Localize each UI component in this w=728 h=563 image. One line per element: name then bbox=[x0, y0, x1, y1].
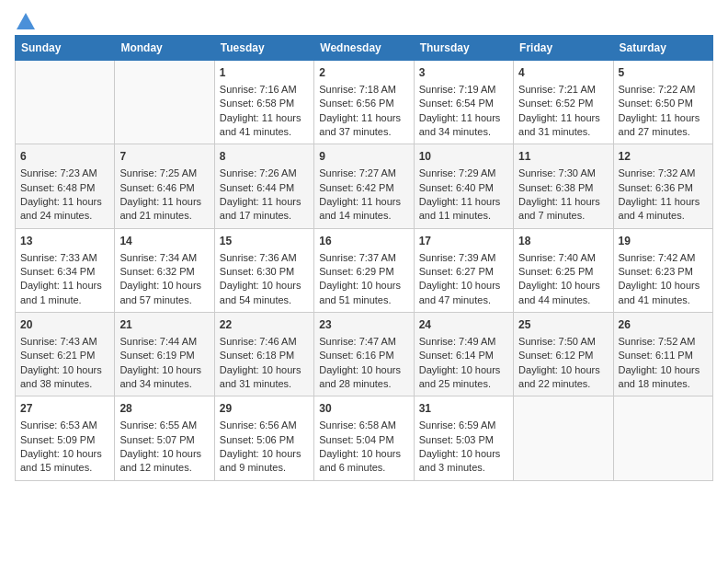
calendar-cell: 31Sunrise: 6:59 AMSunset: 5:03 PMDayligh… bbox=[414, 396, 513, 480]
day-info: Sunset: 6:46 PM bbox=[119, 181, 209, 195]
day-info: Sunrise: 6:56 AM bbox=[220, 419, 309, 432]
day-info: Sunrise: 6:59 AM bbox=[419, 419, 508, 432]
day-info: Sunrise: 7:26 AM bbox=[220, 167, 309, 180]
day-info: Daylight: 10 hours and 25 minutes. bbox=[419, 363, 508, 392]
day-info: Daylight: 10 hours and 3 minutes. bbox=[419, 447, 508, 476]
day-info: Daylight: 10 hours and 57 minutes. bbox=[119, 279, 209, 307]
day-info: Daylight: 10 hours and 12 minutes. bbox=[119, 447, 209, 476]
calendar-cell bbox=[514, 396, 613, 480]
day-info: Sunrise: 7:27 AM bbox=[319, 167, 408, 180]
day-info: Sunrise: 7:46 AM bbox=[220, 335, 309, 349]
day-number: 27 bbox=[20, 401, 109, 417]
calendar-cell: 3Sunrise: 7:19 AMSunset: 6:54 PMDaylight… bbox=[414, 61, 513, 144]
day-number: 12 bbox=[619, 149, 708, 165]
svg-marker-0 bbox=[17, 13, 35, 29]
day-number: 5 bbox=[619, 65, 708, 81]
day-info: Daylight: 10 hours and 51 minutes. bbox=[319, 279, 408, 307]
day-info: Daylight: 11 hours and 31 minutes. bbox=[518, 111, 608, 140]
day-number: 1 bbox=[220, 65, 309, 81]
day-info: Daylight: 11 hours and 4 minutes. bbox=[619, 195, 708, 224]
day-number: 3 bbox=[419, 65, 508, 81]
day-number: 21 bbox=[119, 317, 209, 333]
day-info: Daylight: 11 hours and 27 minutes. bbox=[619, 111, 708, 140]
day-info: Sunset: 6:38 PM bbox=[518, 181, 608, 195]
calendar-cell: 4Sunrise: 7:21 AMSunset: 6:52 PMDaylight… bbox=[514, 61, 613, 144]
day-info: Sunrise: 7:29 AM bbox=[419, 167, 508, 180]
day-info: Daylight: 11 hours and 34 minutes. bbox=[419, 111, 508, 140]
day-info: Sunset: 6:52 PM bbox=[518, 97, 608, 110]
calendar-cell: 2Sunrise: 7:18 AMSunset: 6:56 PMDaylight… bbox=[314, 61, 414, 144]
logo-arrow-icon bbox=[17, 13, 35, 29]
calendar-week-row: 20Sunrise: 7:43 AMSunset: 6:21 PMDayligh… bbox=[16, 313, 713, 396]
page-header bbox=[15, 15, 713, 26]
day-number: 24 bbox=[419, 317, 508, 333]
weekday-header: Sunday bbox=[16, 36, 115, 61]
calendar-body: 1Sunrise: 7:16 AMSunset: 6:58 PMDaylight… bbox=[16, 61, 713, 481]
calendar-week-row: 6Sunrise: 7:23 AMSunset: 6:48 PMDaylight… bbox=[16, 144, 713, 228]
calendar-cell: 12Sunrise: 7:32 AMSunset: 6:36 PMDayligh… bbox=[613, 144, 712, 228]
day-info: Daylight: 10 hours and 47 minutes. bbox=[419, 279, 508, 307]
day-info: Daylight: 10 hours and 18 minutes. bbox=[619, 363, 708, 392]
day-info: Sunrise: 7:18 AM bbox=[319, 83, 408, 97]
day-info: Sunrise: 7:19 AM bbox=[419, 83, 508, 97]
calendar-cell: 14Sunrise: 7:34 AMSunset: 6:32 PMDayligh… bbox=[115, 228, 214, 312]
day-number: 15 bbox=[220, 234, 309, 249]
day-info: Sunset: 5:07 PM bbox=[119, 433, 209, 447]
weekday-header: Wednesday bbox=[314, 36, 414, 61]
day-info: Daylight: 11 hours and 11 minutes. bbox=[419, 195, 508, 224]
weekday-header: Tuesday bbox=[214, 36, 313, 61]
day-info: Sunrise: 7:43 AM bbox=[20, 335, 109, 349]
day-number: 14 bbox=[119, 234, 209, 249]
day-info: Sunset: 6:25 PM bbox=[518, 265, 608, 279]
day-info: Daylight: 11 hours and 21 minutes. bbox=[119, 195, 209, 224]
day-info: Sunset: 6:27 PM bbox=[419, 265, 508, 279]
day-info: Daylight: 10 hours and 15 minutes. bbox=[20, 447, 109, 476]
day-info: Daylight: 10 hours and 28 minutes. bbox=[319, 363, 408, 392]
day-info: Sunset: 5:06 PM bbox=[220, 433, 309, 447]
day-number: 26 bbox=[619, 317, 708, 333]
calendar-week-row: 27Sunrise: 6:53 AMSunset: 5:09 PMDayligh… bbox=[16, 396, 713, 480]
day-info: Sunrise: 7:22 AM bbox=[619, 83, 708, 97]
calendar-cell: 23Sunrise: 7:47 AMSunset: 6:16 PMDayligh… bbox=[314, 313, 414, 396]
day-info: Sunset: 6:16 PM bbox=[319, 349, 408, 362]
day-info: Sunrise: 7:39 AM bbox=[419, 251, 508, 265]
day-info: Sunrise: 7:37 AM bbox=[319, 251, 408, 265]
weekday-header: Friday bbox=[514, 36, 613, 61]
calendar-cell: 30Sunrise: 6:58 AMSunset: 5:04 PMDayligh… bbox=[314, 396, 414, 480]
calendar-cell: 13Sunrise: 7:33 AMSunset: 6:34 PMDayligh… bbox=[16, 228, 115, 312]
calendar-cell: 18Sunrise: 7:40 AMSunset: 6:25 PMDayligh… bbox=[514, 228, 613, 312]
day-info: Sunrise: 7:52 AM bbox=[619, 335, 708, 349]
calendar-cell: 5Sunrise: 7:22 AMSunset: 6:50 PMDaylight… bbox=[613, 61, 712, 144]
calendar-cell bbox=[613, 396, 712, 480]
day-number: 4 bbox=[518, 65, 608, 81]
day-info: Daylight: 10 hours and 34 minutes. bbox=[119, 363, 209, 392]
day-info: Daylight: 10 hours and 31 minutes. bbox=[220, 363, 309, 392]
day-number: 11 bbox=[518, 149, 608, 165]
weekday-header: Monday bbox=[115, 36, 214, 61]
day-info: Sunset: 6:58 PM bbox=[220, 97, 309, 110]
day-info: Sunrise: 7:33 AM bbox=[20, 251, 109, 265]
logo bbox=[15, 15, 35, 26]
day-info: Sunrise: 6:58 AM bbox=[319, 419, 408, 432]
day-info: Sunset: 6:32 PM bbox=[119, 265, 209, 279]
day-info: Sunset: 5:03 PM bbox=[419, 433, 508, 447]
day-info: Sunrise: 7:23 AM bbox=[20, 167, 109, 180]
day-number: 13 bbox=[20, 234, 109, 249]
day-info: Sunset: 6:14 PM bbox=[419, 349, 508, 362]
day-number: 30 bbox=[319, 401, 408, 417]
day-number: 20 bbox=[20, 317, 109, 333]
day-info: Sunset: 5:09 PM bbox=[20, 433, 109, 447]
calendar-cell: 6Sunrise: 7:23 AMSunset: 6:48 PMDaylight… bbox=[16, 144, 115, 228]
calendar-cell: 20Sunrise: 7:43 AMSunset: 6:21 PMDayligh… bbox=[16, 313, 115, 396]
calendar-cell bbox=[16, 61, 115, 144]
calendar-cell: 7Sunrise: 7:25 AMSunset: 6:46 PMDaylight… bbox=[115, 144, 214, 228]
day-number: 29 bbox=[220, 401, 309, 417]
day-info: Sunset: 6:12 PM bbox=[518, 349, 608, 362]
day-info: Sunrise: 7:44 AM bbox=[119, 335, 209, 349]
calendar-cell: 26Sunrise: 7:52 AMSunset: 6:11 PMDayligh… bbox=[613, 313, 712, 396]
calendar-cell: 16Sunrise: 7:37 AMSunset: 6:29 PMDayligh… bbox=[314, 228, 414, 312]
day-number: 23 bbox=[319, 317, 408, 333]
day-info: Sunset: 5:04 PM bbox=[319, 433, 408, 447]
calendar-cell: 9Sunrise: 7:27 AMSunset: 6:42 PMDaylight… bbox=[314, 144, 414, 228]
day-info: Daylight: 11 hours and 37 minutes. bbox=[319, 111, 408, 140]
